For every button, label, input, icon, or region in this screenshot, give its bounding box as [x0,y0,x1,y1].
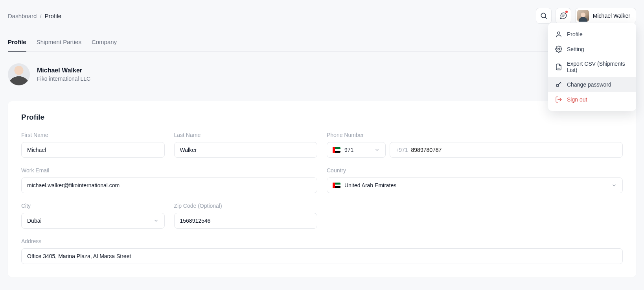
menu-item-label: Sign out [567,96,587,103]
file-csv-icon: CSV [555,63,562,70]
user-dropdown-menu: Profile Setting CSV Export CSV (Shipment… [548,23,636,111]
zip-input[interactable] [174,213,318,229]
chevron-down-icon [374,147,380,153]
sign-out-icon [555,96,562,103]
breadcrumb-separator: / [40,13,41,19]
first-name-input[interactable] [21,142,165,158]
city-select[interactable]: Dubai [21,213,165,229]
svg-point-5 [558,48,560,50]
key-icon [555,81,562,88]
flag-icon [333,147,340,153]
menu-item-label: Export CSV (Shipments List) [567,61,629,73]
breadcrumb: Dashboard / Profile [8,13,61,19]
label-first-name: First Name [21,132,165,138]
user-menu-trigger[interactable]: Michael Walker [575,8,636,24]
profile-company-name: Fiko international LLC [37,76,90,82]
chevron-down-icon [153,218,159,224]
notification-dot [565,11,568,13]
svg-point-4 [558,32,560,34]
user-icon [555,31,562,38]
menu-item-label: Change password [567,81,611,88]
menu-item-export-csv[interactable]: CSV Export CSV (Shipments List) [548,57,636,77]
phone-number-input[interactable] [411,147,617,153]
avatar [577,10,589,22]
phone-prefix: +971 [396,147,408,153]
phone-number-wrapper: +971 [390,142,623,158]
address-input[interactable] [21,248,623,264]
svg-text:CSV: CSV [557,68,560,69]
gear-icon [555,46,562,53]
svg-line-1 [545,17,547,19]
menu-item-change-password[interactable]: Change password [548,77,636,92]
menu-item-label: Setting [567,46,584,52]
menu-item-label: Profile [567,31,583,37]
label-country: Country [327,167,623,174]
city-value: Dubai [27,218,42,224]
label-zip: Zip Code (Optional) [174,203,318,209]
flag-icon [333,183,340,188]
chat-icon [559,12,567,20]
tab-profile[interactable]: Profile [8,35,26,52]
menu-item-setting[interactable]: Setting [548,42,636,57]
tab-company[interactable]: Company [92,35,117,52]
breadcrumb-dashboard[interactable]: Dashboard [8,13,37,19]
menu-item-sign-out[interactable]: Sign out [548,92,636,107]
label-work-email: Work Email [21,167,317,174]
phone-code-select[interactable]: 971 [327,142,386,158]
country-value: United Arab Emirates [344,182,396,188]
tabs: Profile Shipment Parties Company [8,35,636,52]
label-address: Address [21,238,623,244]
breadcrumb-current: Profile [45,13,62,19]
menu-item-profile[interactable]: Profile [548,27,636,42]
label-last-name: Last Name [174,132,318,138]
topbar-user-name: Michael Walker [593,13,630,19]
tab-shipment-parties[interactable]: Shipment Parties [37,35,81,52]
messages-button[interactable] [556,8,571,24]
work-email-input[interactable] [21,177,317,193]
label-phone: Phone Number [327,132,623,138]
card-title: Profile [21,113,623,122]
profile-card: Profile First Name Last Name Phone Numbe… [8,101,636,277]
country-select[interactable]: United Arab Emirates [327,177,623,193]
search-icon [540,12,548,20]
label-city: City [21,203,165,209]
profile-user-name: Michael Walker [37,67,90,74]
phone-code-value: 971 [344,147,353,153]
search-button[interactable] [536,8,552,24]
profile-avatar [8,63,30,85]
chevron-down-icon [611,183,617,188]
last-name-input[interactable] [174,142,318,158]
